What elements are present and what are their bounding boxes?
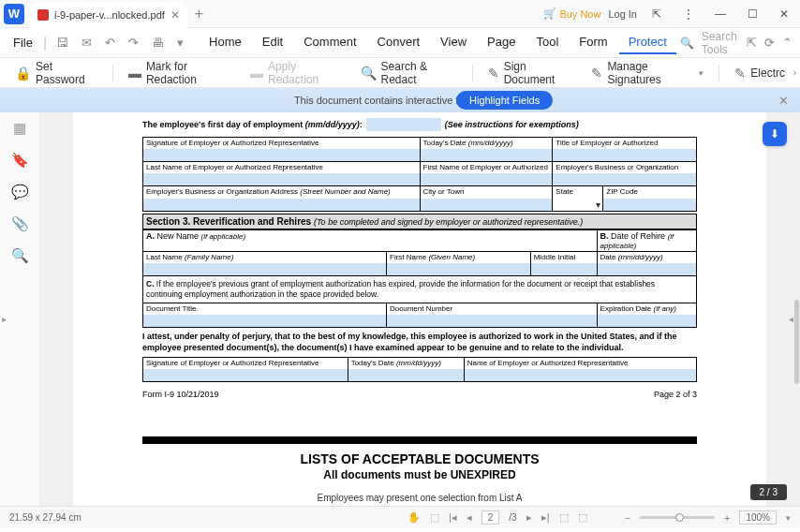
att-name-field[interactable] [465, 369, 696, 381]
login-link[interactable]: Log In [608, 8, 637, 20]
city-field[interactable] [421, 199, 553, 211]
search-tools-placeholder[interactable]: Search Tools [702, 30, 739, 56]
prev-page-icon[interactable]: ◂ [467, 511, 472, 524]
last-page-icon[interactable]: ▸| [541, 511, 550, 524]
highlight-fields-button[interactable]: Highlight Fields [456, 91, 553, 110]
page-divider [142, 436, 697, 444]
exp-field[interactable] [598, 315, 696, 327]
statusbar: 21.59 x 27.94 cm ✋ ⬚ |◂ ◂ 2 /3 ▸ ▸| ⬚ ⬚ … [0, 506, 800, 528]
manage-signatures-button[interactable]: ✎Manage Signatures ▾ [584, 56, 711, 90]
thumbnails-icon[interactable]: ▦ [13, 120, 26, 137]
scroll-thumb[interactable] [794, 300, 799, 384]
att-sig-field[interactable] [143, 369, 348, 381]
collapse-ribbon-icon[interactable]: ⌃ [782, 36, 793, 50]
zoom-dropdown-icon[interactable]: ▾ [786, 513, 791, 523]
protect-toolbar: 🔒Set Password ▬Mark for Redaction ▬Apply… [0, 58, 800, 88]
undo-icon[interactable]: ↶ [100, 33, 120, 52]
sign-document-button[interactable]: ✎Sign Document [481, 56, 581, 90]
zoom-level[interactable]: 100% [739, 510, 777, 525]
dropdown-icon[interactable]: ▾ [172, 33, 188, 52]
document-canvas[interactable]: Certification: I attest, under penalty o… [39, 112, 800, 506]
addr-field[interactable] [143, 199, 420, 211]
date-field[interactable] [421, 149, 553, 161]
employer-table-1: Signature of Employer or Authorized Repr… [142, 137, 697, 212]
download-button[interactable]: ⬇ [763, 122, 787, 146]
more-icon[interactable]: ⋮ [676, 2, 701, 26]
attachment-icon[interactable]: 📎 [11, 215, 29, 232]
file-menu[interactable]: File [7, 32, 38, 53]
doc-num-field[interactable] [387, 315, 597, 327]
redo-icon[interactable]: ↷ [124, 33, 143, 52]
title-field[interactable] [553, 149, 696, 161]
current-page[interactable]: 2 [481, 510, 500, 525]
zip-field[interactable] [603, 199, 696, 211]
titlebar: W i-9-paper-v...nlocked.pdf ✕ + 🛒Buy Now… [0, 0, 800, 28]
tab-view[interactable]: View [431, 31, 476, 54]
minimize-button[interactable]: — [708, 2, 733, 26]
share-icon[interactable]: ⇱ [644, 2, 669, 26]
tab-comment[interactable]: Comment [294, 31, 365, 54]
workspace: ▦ 🔖 💬 📎 🔍 ▸ Certification: I attest, und… [0, 112, 800, 506]
tab-protect[interactable]: Protect [619, 31, 676, 54]
sig-field[interactable] [143, 149, 420, 161]
open-external-icon[interactable]: ⇱ [747, 36, 757, 50]
tab-home[interactable]: Home [200, 31, 251, 54]
biz-field[interactable] [553, 173, 696, 185]
att-date-field[interactable] [348, 369, 464, 381]
section-3-header: Section 3. Reverification and Rehires (T… [142, 214, 697, 229]
page-number: Page 2 of 3 [654, 390, 697, 399]
history-icon[interactable]: ⟳ [764, 36, 775, 50]
s3-fn-field[interactable] [387, 263, 530, 275]
tab-form[interactable]: Form [570, 31, 616, 54]
comment-panel-icon[interactable]: 💬 [11, 184, 29, 200]
redact-icon: ▬ [128, 66, 141, 81]
s3-mi-field[interactable] [531, 263, 597, 275]
tab-convert[interactable]: Convert [368, 31, 430, 54]
scrollbar[interactable] [793, 112, 800, 510]
electronic-button[interactable]: ✎Electrc [727, 62, 793, 84]
ln-field[interactable] [143, 173, 420, 185]
fn-field[interactable] [421, 173, 553, 185]
bookmark-icon[interactable]: 🔖 [11, 152, 29, 169]
zoom-out-icon[interactable]: − [625, 512, 630, 524]
menubar: File | 🖫 ✉ ↶ ↷ 🖶 ▾ Home Edit Comment Con… [0, 28, 800, 58]
tab-tool[interactable]: Tool [526, 31, 568, 54]
save-icon[interactable]: 🖫 [52, 33, 73, 52]
fit-width-icon[interactable]: ⬚ [578, 511, 587, 524]
lock-icon: 🔒 [15, 66, 31, 81]
hand-tool-icon[interactable]: ✋ [407, 511, 421, 524]
select-tool-icon[interactable]: ⬚ [430, 511, 439, 524]
fit-page-icon[interactable]: ⬚ [559, 511, 569, 524]
set-password-button[interactable]: 🔒Set Password [7, 56, 105, 90]
zoom-slider[interactable] [640, 516, 715, 519]
search-panel-icon[interactable]: 🔍 [11, 247, 29, 264]
document-tab[interactable]: i-9-paper-v...nlocked.pdf ✕ [30, 2, 187, 28]
section-3-table: A. New Name (if applicable) B. Date of R… [142, 229, 697, 328]
lists-subheading: All documents must be UNEXPIRED [142, 468, 697, 481]
close-tab-icon[interactable]: ✕ [170, 8, 180, 22]
s3-ln-field[interactable] [143, 263, 386, 275]
doc-title-field[interactable] [143, 315, 386, 327]
tab-page[interactable]: Page [478, 31, 525, 54]
toolbar-scroll-right[interactable]: › [793, 67, 796, 78]
print-icon[interactable]: 🖶 [147, 33, 169, 52]
first-page-icon[interactable]: |◂ [449, 511, 457, 524]
close-window-button[interactable]: ✕ [772, 2, 796, 26]
mail-icon[interactable]: ✉ [77, 33, 96, 52]
expand-left-icon[interactable]: ▸ [2, 309, 11, 328]
first-day-field[interactable] [366, 118, 441, 131]
maximize-button[interactable]: ☐ [740, 2, 764, 26]
new-tab-button[interactable]: + [195, 6, 203, 22]
form-number: Form I-9 10/21/2019 [142, 390, 219, 399]
state-dropdown[interactable]: ▾ [596, 200, 600, 210]
tab-edit[interactable]: Edit [253, 31, 292, 54]
zoom-in-icon[interactable]: + [724, 512, 730, 524]
s3-date-field[interactable] [598, 263, 696, 275]
mark-redaction-button[interactable]: ▬Mark for Redaction [121, 56, 239, 90]
next-page-icon[interactable]: ▸ [526, 511, 532, 524]
search-redact-button[interactable]: 🔍Search & Redact [353, 56, 465, 90]
buy-now-link[interactable]: 🛒Buy Now [543, 7, 600, 20]
search-icon[interactable]: 🔍 [680, 37, 694, 50]
banner-close-icon[interactable]: ✕ [778, 94, 789, 108]
page-indicator: 2 / 3 [750, 484, 787, 500]
